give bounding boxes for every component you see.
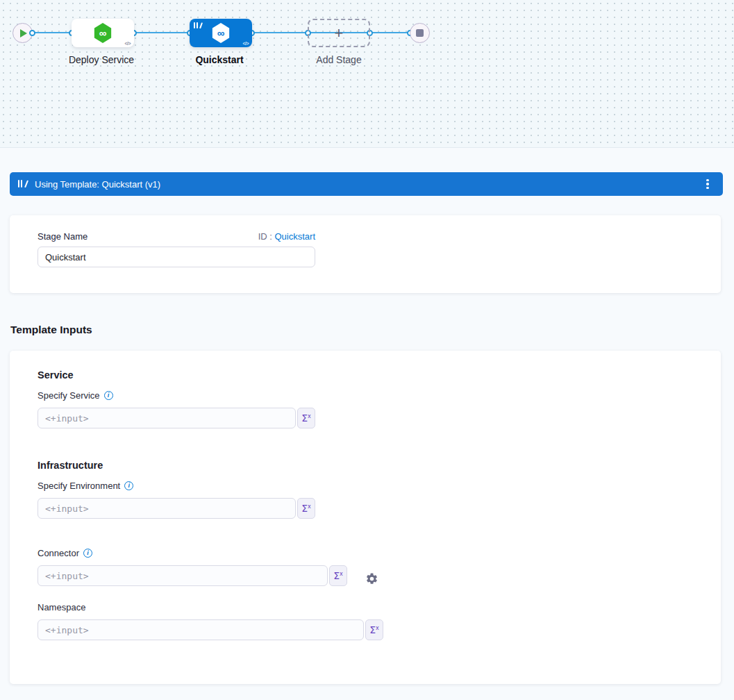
section-heading-infrastructure: Infrastructure	[37, 460, 103, 471]
expression-sigma-button[interactable]: Σx	[365, 619, 383, 640]
stage-node-quickstart-selected[interactable]: ∞ </>	[190, 19, 252, 47]
template-badge-icon	[194, 22, 203, 29]
field-label-text: Connector	[37, 548, 79, 558]
stage-name-label: Stage Name	[37, 231, 87, 242]
field-label-specify-service: Specify Service i	[37, 390, 113, 401]
specify-environment-row: Σx	[37, 498, 315, 519]
code-icon: </>	[124, 41, 131, 46]
stage-label-add-stage: Add Stage	[290, 54, 387, 65]
namespace-row: Σx	[37, 619, 383, 640]
connector-input[interactable]	[37, 565, 328, 586]
template-banner: Using Template: Quickstart (v1)	[10, 172, 723, 196]
field-label-namespace: Namespace	[37, 602, 85, 612]
stage-node-deploy-service[interactable]: ∞ </>	[72, 19, 134, 47]
infinity-glyph: ∞	[217, 27, 225, 39]
infinity-glyph: ∞	[99, 27, 107, 39]
harness-cd-icon: ∞	[94, 23, 112, 43]
connector-row: Σx	[37, 565, 347, 586]
specify-service-input[interactable]	[37, 408, 296, 428]
sigma-glyph: Σ	[301, 503, 308, 514]
field-label-connector: Connector i	[37, 548, 92, 558]
harness-cd-icon: ∞	[212, 23, 231, 43]
field-label-text: Namespace	[37, 602, 85, 612]
template-banner-text: Using Template: Quickstart (v1)	[35, 179, 160, 190]
stop-icon	[416, 29, 424, 37]
expression-sigma-button[interactable]: Σx	[329, 565, 347, 586]
pipeline-canvas[interactable]: ∞ </> ∞ </> + Deploy Service Quickstart …	[0, 0, 734, 148]
stage-id-link[interactable]: Quickstart	[274, 231, 315, 242]
stage-id-prefix: ID :	[258, 231, 275, 242]
template-inputs-card: Service Specify Service i Σx Infrastruct…	[10, 351, 721, 684]
sigma-sup: x	[308, 413, 311, 419]
sigma-glyph: Σ	[369, 624, 376, 635]
pipeline-end-node[interactable]	[410, 23, 430, 43]
stage-id-row: ID : Quickstart	[258, 231, 315, 242]
stage-name-input[interactable]	[37, 247, 315, 267]
info-icon[interactable]: i	[104, 391, 113, 400]
specify-service-row: Σx	[37, 408, 315, 428]
plus-icon: +	[335, 26, 344, 41]
sigma-sup: x	[340, 571, 343, 577]
specify-environment-input[interactable]	[37, 498, 296, 519]
namespace-input[interactable]	[37, 619, 364, 640]
gear-icon[interactable]	[365, 572, 378, 585]
expression-sigma-button[interactable]: Σx	[297, 408, 315, 428]
sigma-glyph: Σ	[333, 570, 340, 581]
info-icon[interactable]: i	[83, 549, 92, 558]
field-label-text: Specify Environment	[37, 481, 120, 491]
stage-label-quickstart: Quickstart	[171, 54, 268, 65]
add-stage-button[interactable]: +	[308, 19, 370, 47]
code-icon: </>	[242, 41, 249, 46]
section-heading-service: Service	[37, 369, 74, 381]
sigma-glyph: Σ	[301, 412, 308, 424]
kebab-menu-icon[interactable]	[701, 177, 715, 191]
stage-label-deploy-service: Deploy Service	[53, 54, 150, 65]
play-icon	[20, 29, 27, 38]
field-label-text: Specify Service	[37, 390, 100, 401]
stage-overview-card: Stage Name ID : Quickstart	[10, 215, 721, 293]
template-library-icon	[18, 180, 28, 188]
sigma-sup: x	[308, 503, 311, 510]
port-start-out[interactable]	[29, 30, 35, 36]
template-inputs-heading: Template Inputs	[10, 324, 92, 336]
sigma-sup: x	[376, 625, 379, 631]
expression-sigma-button[interactable]: Σx	[297, 498, 315, 519]
info-icon[interactable]: i	[124, 481, 133, 490]
field-label-specify-environment: Specify Environment i	[37, 481, 133, 491]
